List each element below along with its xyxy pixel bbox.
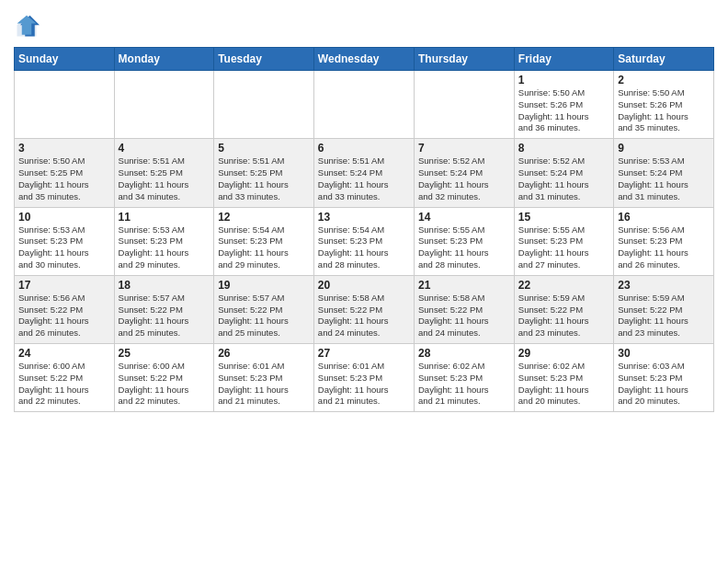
calendar-cell: 26Sunrise: 6:01 AM Sunset: 5:23 PM Dayli… xyxy=(214,344,314,412)
day-number: 15 xyxy=(518,211,609,224)
day-number: 14 xyxy=(418,211,510,224)
calendar-cell: 3Sunrise: 5:50 AM Sunset: 5:25 PM Daylig… xyxy=(15,139,115,207)
day-info: Sunrise: 6:03 AM Sunset: 5:23 PM Dayligh… xyxy=(618,361,710,408)
day-number: 19 xyxy=(218,279,310,292)
calendar-week-4: 17Sunrise: 5:56 AM Sunset: 5:22 PM Dayli… xyxy=(15,275,714,343)
day-info: Sunrise: 5:50 AM Sunset: 5:26 PM Dayligh… xyxy=(518,87,609,134)
calendar-cell: 5Sunrise: 5:51 AM Sunset: 5:25 PM Daylig… xyxy=(214,139,314,207)
day-info: Sunrise: 6:00 AM Sunset: 5:22 PM Dayligh… xyxy=(119,361,210,408)
calendar-cell: 4Sunrise: 5:51 AM Sunset: 5:25 PM Daylig… xyxy=(114,139,214,207)
day-info: Sunrise: 5:50 AM Sunset: 5:25 PM Dayligh… xyxy=(18,155,110,202)
day-info: Sunrise: 5:51 AM Sunset: 5:25 PM Dayligh… xyxy=(218,155,310,202)
day-info: Sunrise: 5:52 AM Sunset: 5:24 PM Dayligh… xyxy=(418,155,510,202)
calendar-cell: 22Sunrise: 5:59 AM Sunset: 5:22 PM Dayli… xyxy=(514,275,613,343)
calendar-week-1: 1Sunrise: 5:50 AM Sunset: 5:26 PM Daylig… xyxy=(15,71,714,139)
calendar-cell: 30Sunrise: 6:03 AM Sunset: 5:23 PM Dayli… xyxy=(614,344,714,412)
weekday-header-sunday: Sunday xyxy=(15,48,115,71)
weekday-header-wednesday: Wednesday xyxy=(313,48,414,71)
calendar-cell: 10Sunrise: 5:53 AM Sunset: 5:23 PM Dayli… xyxy=(15,207,115,275)
calendar-week-5: 24Sunrise: 6:00 AM Sunset: 5:22 PM Dayli… xyxy=(15,344,714,412)
day-info: Sunrise: 5:53 AM Sunset: 5:23 PM Dayligh… xyxy=(119,224,210,271)
day-info: Sunrise: 6:00 AM Sunset: 5:22 PM Dayligh… xyxy=(18,361,110,408)
day-number: 18 xyxy=(119,279,210,292)
calendar-cell xyxy=(15,71,115,139)
calendar-cell: 25Sunrise: 6:00 AM Sunset: 5:22 PM Dayli… xyxy=(114,344,214,412)
page-header xyxy=(14,9,714,40)
day-number: 24 xyxy=(18,347,110,360)
day-info: Sunrise: 5:56 AM Sunset: 5:22 PM Dayligh… xyxy=(18,293,110,339)
day-number: 22 xyxy=(518,279,609,292)
logo-icon xyxy=(14,14,40,40)
day-info: Sunrise: 5:57 AM Sunset: 5:22 PM Dayligh… xyxy=(119,293,210,339)
day-number: 21 xyxy=(418,279,510,292)
day-info: Sunrise: 5:53 AM Sunset: 5:24 PM Dayligh… xyxy=(618,155,710,202)
calendar-cell xyxy=(414,71,514,139)
day-info: Sunrise: 6:02 AM Sunset: 5:23 PM Dayligh… xyxy=(418,361,510,408)
day-number: 1 xyxy=(518,74,609,86)
calendar-cell: 28Sunrise: 6:02 AM Sunset: 5:23 PM Dayli… xyxy=(414,344,514,412)
day-number: 2 xyxy=(618,74,710,86)
calendar-cell: 15Sunrise: 5:55 AM Sunset: 5:23 PM Dayli… xyxy=(514,207,613,275)
day-info: Sunrise: 5:56 AM Sunset: 5:23 PM Dayligh… xyxy=(618,224,710,271)
day-number: 4 xyxy=(119,142,210,155)
calendar-cell: 17Sunrise: 5:56 AM Sunset: 5:22 PM Dayli… xyxy=(15,275,115,343)
weekday-header-row: SundayMondayTuesdayWednesdayThursdayFrid… xyxy=(15,48,714,71)
day-number: 29 xyxy=(518,347,609,360)
day-number: 5 xyxy=(218,142,310,155)
day-number: 17 xyxy=(18,279,110,292)
calendar-cell: 24Sunrise: 6:00 AM Sunset: 5:22 PM Dayli… xyxy=(15,344,115,412)
day-number: 16 xyxy=(618,211,710,224)
calendar-cell: 29Sunrise: 6:02 AM Sunset: 5:23 PM Dayli… xyxy=(514,344,613,412)
day-number: 23 xyxy=(618,279,710,292)
calendar-cell: 23Sunrise: 5:59 AM Sunset: 5:22 PM Dayli… xyxy=(614,275,714,343)
calendar-cell: 20Sunrise: 5:58 AM Sunset: 5:22 PM Dayli… xyxy=(313,275,414,343)
day-info: Sunrise: 5:51 AM Sunset: 5:24 PM Dayligh… xyxy=(318,155,410,202)
day-number: 11 xyxy=(119,211,210,224)
day-info: Sunrise: 5:55 AM Sunset: 5:23 PM Dayligh… xyxy=(518,224,609,271)
day-number: 27 xyxy=(318,347,410,360)
day-number: 25 xyxy=(119,347,210,360)
calendar-cell: 12Sunrise: 5:54 AM Sunset: 5:23 PM Dayli… xyxy=(214,207,314,275)
day-info: Sunrise: 5:59 AM Sunset: 5:22 PM Dayligh… xyxy=(518,293,609,339)
calendar-cell: 16Sunrise: 5:56 AM Sunset: 5:23 PM Dayli… xyxy=(614,207,714,275)
calendar-cell: 14Sunrise: 5:55 AM Sunset: 5:23 PM Dayli… xyxy=(414,207,514,275)
day-number: 20 xyxy=(318,279,410,292)
day-info: Sunrise: 6:01 AM Sunset: 5:23 PM Dayligh… xyxy=(218,361,310,408)
day-number: 3 xyxy=(18,142,110,155)
day-info: Sunrise: 5:53 AM Sunset: 5:23 PM Dayligh… xyxy=(18,224,110,271)
calendar-cell: 8Sunrise: 5:52 AM Sunset: 5:24 PM Daylig… xyxy=(514,139,613,207)
day-info: Sunrise: 6:01 AM Sunset: 5:23 PM Dayligh… xyxy=(318,361,410,408)
day-info: Sunrise: 5:57 AM Sunset: 5:22 PM Dayligh… xyxy=(218,293,310,339)
day-number: 26 xyxy=(218,347,310,360)
calendar-cell: 11Sunrise: 5:53 AM Sunset: 5:23 PM Dayli… xyxy=(114,207,214,275)
day-number: 13 xyxy=(318,211,410,224)
calendar-cell: 9Sunrise: 5:53 AM Sunset: 5:24 PM Daylig… xyxy=(614,139,714,207)
calendar-week-3: 10Sunrise: 5:53 AM Sunset: 5:23 PM Dayli… xyxy=(15,207,714,275)
day-info: Sunrise: 5:50 AM Sunset: 5:26 PM Dayligh… xyxy=(618,87,710,134)
calendar-cell: 6Sunrise: 5:51 AM Sunset: 5:24 PM Daylig… xyxy=(313,139,414,207)
day-info: Sunrise: 5:58 AM Sunset: 5:22 PM Dayligh… xyxy=(318,293,410,339)
calendar-cell: 18Sunrise: 5:57 AM Sunset: 5:22 PM Dayli… xyxy=(114,275,214,343)
day-number: 9 xyxy=(618,142,710,155)
calendar-cell: 1Sunrise: 5:50 AM Sunset: 5:26 PM Daylig… xyxy=(514,71,613,139)
weekday-header-friday: Friday xyxy=(514,48,613,71)
weekday-header-monday: Monday xyxy=(114,48,214,71)
day-info: Sunrise: 5:55 AM Sunset: 5:23 PM Dayligh… xyxy=(418,224,510,271)
calendar-cell: 7Sunrise: 5:52 AM Sunset: 5:24 PM Daylig… xyxy=(414,139,514,207)
calendar-cell xyxy=(114,71,214,139)
day-info: Sunrise: 5:59 AM Sunset: 5:22 PM Dayligh… xyxy=(618,293,710,339)
day-number: 10 xyxy=(18,211,110,224)
day-number: 30 xyxy=(618,347,710,360)
day-number: 6 xyxy=(318,142,410,155)
day-info: Sunrise: 5:54 AM Sunset: 5:23 PM Dayligh… xyxy=(318,224,410,271)
day-info: Sunrise: 5:52 AM Sunset: 5:24 PM Dayligh… xyxy=(518,155,609,202)
calendar-cell: 2Sunrise: 5:50 AM Sunset: 5:26 PM Daylig… xyxy=(614,71,714,139)
calendar-cell: 13Sunrise: 5:54 AM Sunset: 5:23 PM Dayli… xyxy=(313,207,414,275)
calendar-week-2: 3Sunrise: 5:50 AM Sunset: 5:25 PM Daylig… xyxy=(15,139,714,207)
day-number: 12 xyxy=(218,211,310,224)
logo xyxy=(14,9,43,40)
calendar-cell xyxy=(214,71,314,139)
weekday-header-tuesday: Tuesday xyxy=(214,48,314,71)
day-number: 8 xyxy=(518,142,609,155)
calendar-cell xyxy=(313,71,414,139)
